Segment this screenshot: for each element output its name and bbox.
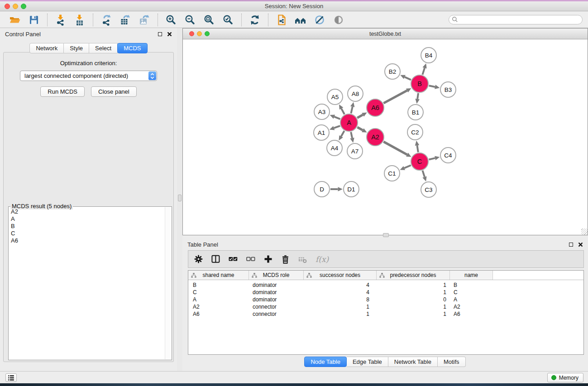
graph-edge-C-C1[interactable] [400, 165, 411, 170]
run-mcds-button[interactable]: Run MCDS [40, 86, 85, 97]
tab-edge-table[interactable]: Edge Table [347, 357, 388, 367]
graph-node-C4[interactable]: C4 [440, 148, 456, 163]
result-item[interactable]: A2 [11, 208, 164, 215]
column-header-successor-nodes[interactable]: successor nodes [304, 271, 377, 280]
result-scrollbar[interactable] [165, 207, 171, 359]
zoom-in-icon[interactable] [164, 13, 178, 27]
tab-select[interactable]: Select [89, 43, 118, 53]
graph-node-B[interactable]: B [411, 75, 428, 92]
column-header-predecessor-nodes[interactable]: predecessor nodes [377, 271, 450, 280]
graph-edge-A-A5[interactable] [339, 105, 344, 114]
result-item[interactable]: C [11, 230, 164, 237]
memory-button[interactable]: Memory [547, 373, 583, 382]
graph-edge-B-B4[interactable] [422, 63, 426, 75]
graph-edge-A-A7[interactable] [350, 132, 354, 143]
save-session-icon[interactable] [27, 13, 41, 27]
delete-entry-icon[interactable] [281, 255, 290, 264]
graph-edge-C-C2[interactable] [415, 141, 419, 152]
zoom-fit-icon[interactable] [202, 13, 216, 27]
column-selector-icon[interactable] [211, 255, 220, 263]
graph-edge-A-A1[interactable] [330, 126, 340, 130]
graph-edge-C-C4[interactable] [429, 156, 440, 160]
criterion-select[interactable]: largest connected component (directed) [20, 71, 157, 81]
graph-node-D[interactable]: D [314, 181, 330, 197]
network-from-file-icon[interactable] [275, 13, 288, 27]
tab-node-table[interactable]: Node Table [304, 357, 347, 367]
graph-node-C[interactable]: C [411, 153, 428, 170]
graph-node-A2[interactable]: A2 [367, 129, 384, 146]
zoom-selected-icon[interactable] [221, 13, 235, 27]
horizontal-divider[interactable] [182, 235, 588, 238]
import-table-icon[interactable] [73, 13, 86, 27]
divider-grip[interactable] [178, 195, 182, 201]
graph-edge-C-C3[interactable] [422, 171, 426, 181]
table-row[interactable]: Cdominator41C [188, 289, 583, 296]
graph-node-C2[interactable]: C2 [407, 124, 423, 140]
graph-node-B4[interactable]: B4 [421, 48, 436, 63]
float-table-panel-icon[interactable] [569, 243, 573, 247]
add-entry-icon[interactable] [264, 255, 272, 263]
graph-node-B1[interactable]: B1 [408, 105, 423, 120]
result-item[interactable]: B [11, 223, 164, 230]
table-row[interactable]: A2connector11A2 [188, 303, 583, 310]
tab-network-table[interactable]: Network Table [388, 357, 438, 367]
graphics-details-off-icon[interactable] [313, 13, 326, 27]
graph-edge-B-B2[interactable] [400, 75, 411, 80]
panel-divider[interactable] [177, 28, 182, 371]
show-graphics-details-icon[interactable] [332, 13, 345, 27]
tab-style[interactable]: Style [64, 43, 89, 53]
graph-edge-D-D1[interactable] [330, 187, 343, 191]
task-history-button[interactable] [5, 373, 17, 382]
graph-edge-A-A8[interactable] [350, 102, 354, 114]
select-stepper-icon[interactable] [148, 71, 156, 80]
graph-node-A1[interactable]: A1 [314, 125, 329, 140]
graph-node-A8[interactable]: A8 [348, 86, 363, 101]
graph-node-B2[interactable]: B2 [385, 64, 400, 79]
table-row[interactable]: A6connector11A6 [188, 310, 583, 318]
graph-node-A7[interactable]: A7 [347, 143, 363, 159]
close-panel-button[interactable]: Close panel [91, 86, 137, 97]
select-all-columns-icon[interactable] [229, 255, 238, 263]
tab-motifs[interactable]: Motifs [438, 357, 466, 367]
network-canvas[interactable]: AA1A2A3A4A5A6A7A8BB1B2B3B4CC1C2C3C4DD1 [183, 40, 588, 235]
export-network-icon[interactable] [100, 13, 113, 27]
float-panel-icon[interactable] [158, 32, 162, 36]
settings-gear-icon[interactable] [194, 255, 203, 263]
close-table-panel-icon[interactable] [578, 242, 583, 247]
graph-edge-B-B3[interactable] [429, 85, 440, 89]
graph-node-D1[interactable]: D1 [344, 181, 359, 197]
graph-edge-A-A6[interactable] [357, 112, 367, 118]
graph-node-A3[interactable]: A3 [314, 104, 330, 119]
window-resize-grip[interactable] [581, 229, 588, 235]
graph-node-C1[interactable]: C1 [384, 166, 400, 181]
zoom-out-icon[interactable] [183, 13, 197, 27]
graph-edge-A2-C[interactable] [383, 142, 411, 157]
graph-node-A6[interactable]: A6 [367, 99, 384, 116]
graph-node-A[interactable]: A [340, 114, 358, 131]
refresh-view-icon[interactable] [248, 13, 262, 27]
graph-edge-A-A2[interactable] [357, 127, 367, 133]
graph-edge-B-B1[interactable] [415, 93, 420, 104]
graph-edge-A-A4[interactable] [339, 131, 344, 140]
unselect-all-columns-icon[interactable] [246, 255, 255, 263]
column-header-name[interactable]: name [450, 271, 493, 280]
graph-node-C3[interactable]: C3 [421, 182, 436, 197]
horizontal-divider-grip[interactable] [383, 233, 389, 237]
graph-node-A5[interactable]: A5 [327, 89, 343, 105]
graph-edge-A6-B[interactable] [383, 88, 411, 103]
export-image-icon[interactable] [138, 13, 151, 27]
search-input[interactable] [449, 15, 583, 24]
open-session-icon[interactable] [8, 13, 22, 27]
graph-node-B3[interactable]: B3 [440, 82, 456, 97]
export-table-icon[interactable] [119, 13, 132, 27]
graph-edge-A-A3[interactable] [330, 114, 340, 119]
table-row[interactable]: Adominator80A [188, 296, 583, 303]
first-neighbors-icon[interactable] [294, 13, 307, 27]
close-panel-icon[interactable] [167, 32, 172, 37]
import-network-icon[interactable] [54, 13, 67, 27]
column-header-mcds-role[interactable]: MCDS role [249, 271, 304, 280]
column-header-shared-name[interactable]: shared name [188, 271, 249, 280]
result-item[interactable]: A6 [11, 237, 164, 244]
tab-network[interactable]: Network [29, 43, 64, 53]
result-item[interactable]: A [11, 215, 164, 223]
